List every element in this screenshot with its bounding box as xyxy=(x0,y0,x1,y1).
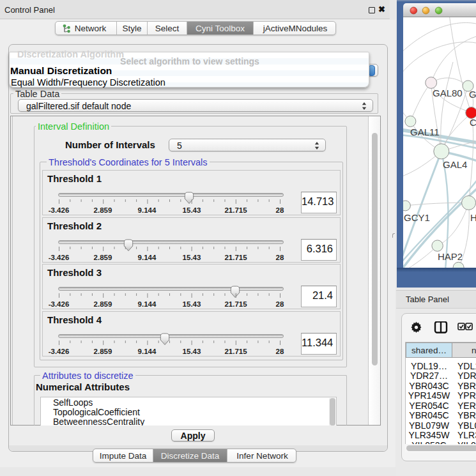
svg-text:H: H xyxy=(470,212,476,223)
svg-text:GCY1: GCY1 xyxy=(404,212,430,223)
svg-text:GAL80: GAL80 xyxy=(433,88,463,98)
svg-text:HAP2: HAP2 xyxy=(438,251,463,262)
svg-text:C: C xyxy=(470,117,476,128)
svg-text:GAL11: GAL11 xyxy=(410,127,440,137)
svg-text:GA: GA xyxy=(469,89,476,100)
svg-text:GAL4: GAL4 xyxy=(443,159,467,170)
